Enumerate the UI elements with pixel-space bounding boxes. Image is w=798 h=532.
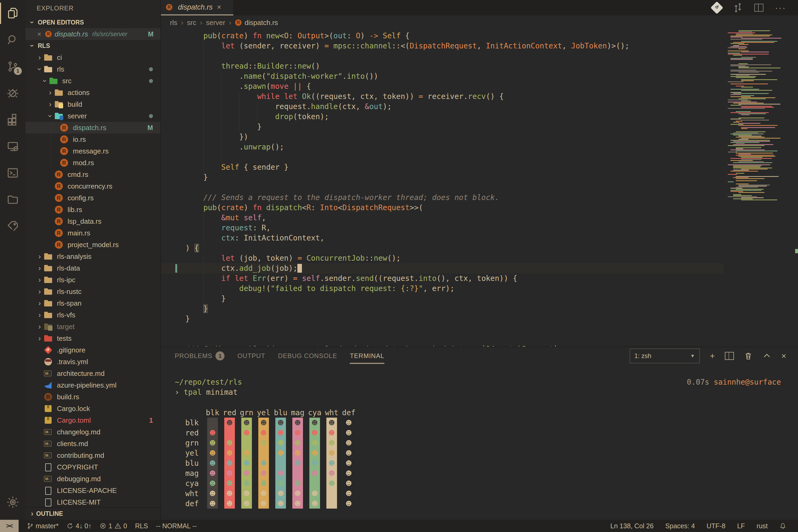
code-line[interactable]: ctx: InitActionContext, (161, 233, 723, 243)
split-terminal-icon[interactable] (725, 352, 734, 360)
code-line[interactable]: /// Stdin-non-blocking request logic des… (161, 344, 723, 347)
code-line[interactable]: } (161, 172, 723, 183)
search-icon[interactable] (0, 26, 25, 53)
tree-item-Cargo.lock[interactable]: ›Cargo.lock (25, 403, 160, 414)
code-line[interactable]: debug!("failed to dispatch request: {:?}… (161, 284, 723, 294)
code-line[interactable]: }) (161, 132, 723, 142)
cursor-position-item[interactable]: Ln 138, Col 26 (610, 522, 653, 530)
encoding-item[interactable]: UTF-8 (706, 522, 725, 530)
breadcrumb-item[interactable]: server (206, 19, 225, 27)
compare-changes-icon[interactable] (733, 3, 743, 13)
code-line[interactable]: ctx.add_job(job); (161, 263, 723, 273)
tree-item-ci[interactable]: ›ci (25, 52, 160, 63)
code-line[interactable] (161, 51, 723, 61)
tools-icon[interactable] (0, 213, 25, 240)
code-line[interactable]: while let Ok((request, ctx, token)) = re… (161, 92, 723, 101)
close-panel-icon[interactable]: × (781, 352, 786, 360)
tab-close-icon[interactable]: × (217, 3, 221, 12)
code-line[interactable]: drop(token); (161, 112, 723, 122)
code-line[interactable]: } (161, 294, 723, 304)
tree-item-rls-data[interactable]: ›rls-data (25, 262, 160, 274)
outline-section-header[interactable]: › OUTLINE (25, 507, 160, 520)
tab-dispatch-rs[interactable]: dispatch.rs × (161, 0, 233, 15)
tab-terminal[interactable]: TERMINAL (350, 352, 384, 360)
tree-item-main.rs[interactable]: ›main.rs (25, 227, 160, 239)
code-line[interactable] (161, 324, 723, 334)
tab-debug-console[interactable]: DEBUG CONSOLE (278, 352, 337, 360)
tree-item-lsp_data.rs[interactable]: ›lsp_data.rs (25, 215, 160, 227)
code-line[interactable]: .name("dispatch-worker".into()) (161, 71, 723, 81)
tree-item-contributing.md[interactable]: ›contributing.md (25, 450, 160, 461)
tree-item-LICENSE-APACHE[interactable]: ›LICENSE-APACHE (25, 484, 160, 496)
code-line[interactable]: &mut self, (161, 213, 723, 223)
tree-item-cmd.rs[interactable]: ›cmd.rs (25, 169, 160, 180)
kill-terminal-icon[interactable] (744, 352, 753, 360)
code-line[interactable]: pub(crate) fn dispatch<R: Into<DispatchR… (161, 203, 723, 213)
tree-item-lib.rs[interactable]: ›lib.rs (25, 204, 160, 215)
open-editors-header[interactable]: › OPEN EDITORS (25, 17, 160, 28)
debug-icon[interactable] (0, 80, 25, 107)
tree-item-tests[interactable]: ›tests (25, 332, 160, 344)
split-editor-icon[interactable] (754, 4, 763, 12)
terminal[interactable]: ~/repo/test/rls 0.07s sainnhe@surface › … (161, 365, 798, 520)
tree-item-target[interactable]: ›target (25, 321, 160, 332)
indentation-item[interactable]: Spaces: 4 (665, 522, 695, 530)
terminal-select[interactable]: 1: zsh ▼ (630, 348, 700, 363)
tree-item-config.rs[interactable]: ›config.rs (25, 192, 160, 204)
tree-item-rls-analysis[interactable]: ›rls-analysis (25, 251, 160, 262)
tree-item-rls-vfs[interactable]: ›rls-vfs (25, 309, 160, 321)
tree-item-actions[interactable]: ›actions (25, 87, 160, 98)
tree-item-rls-ipc[interactable]: ›rls-ipc (25, 274, 160, 286)
tree-item-src[interactable]: ›src (25, 75, 160, 87)
tree-item-dispatch.rs[interactable]: ›dispatch.rsM (25, 122, 160, 134)
remote-indicator[interactable]: >< (0, 520, 19, 532)
breadcrumb-item[interactable]: rls (170, 19, 177, 27)
source-control-icon[interactable]: 1 (0, 53, 25, 80)
tree-item-build.rs[interactable]: ›build.rs (25, 391, 160, 403)
code-line[interactable]: let (sender, receiver) = mpsc::channel::… (161, 41, 723, 51)
code-line[interactable]: } (161, 304, 723, 314)
tree-item-project_model.rs[interactable]: ›project_model.rs (25, 239, 160, 251)
tree-item-rls-span[interactable]: ›rls-span (25, 298, 160, 309)
bell-icon[interactable] (779, 522, 786, 529)
code-line[interactable]: Self { sender } (161, 162, 723, 172)
tree-item-rls-rustc[interactable]: ›rls-rustc (25, 286, 160, 298)
minimap[interactable] (728, 30, 794, 206)
open-editor-item[interactable]: × dispatch.rs rls/src/server M (25, 28, 160, 40)
tree-item-.travis.yml[interactable]: ›.travis.yml (25, 356, 160, 367)
breadcrumb-item[interactable]: dispatch.rs (244, 19, 278, 27)
code-line[interactable]: thread::Builder::new() (161, 61, 723, 71)
tree-item-concurrency.rs[interactable]: ›concurrency.rs (25, 180, 160, 192)
tree-item-architecture.md[interactable]: ›architecture.md (25, 367, 160, 379)
code-line[interactable]: request: R, (161, 223, 723, 233)
tree-item-message.rs[interactable]: ›message.rs (25, 145, 160, 157)
tree-item-server[interactable]: ›server (25, 110, 160, 122)
remote-explorer-icon[interactable] (0, 133, 25, 159)
code-line[interactable]: let (job, token) = ConcurrentJob::new(); (161, 253, 723, 263)
code-line[interactable]: /// Sends a request to the dispatch-work… (161, 193, 723, 203)
code-line[interactable]: .unwrap(); (161, 142, 723, 152)
code-line[interactable]: ) { (161, 243, 723, 253)
code-line[interactable]: } (161, 314, 723, 324)
close-icon[interactable]: × (37, 30, 41, 38)
maximize-panel-icon[interactable] (763, 352, 771, 360)
rls-status-item[interactable]: RLS (135, 522, 148, 530)
file-explorer-alt-icon[interactable] (0, 186, 25, 213)
code-editor[interactable]: pub(crate) fn new<O: Output>(out: O) -> … (161, 30, 798, 347)
tree-item-build[interactable]: ›build (25, 98, 160, 110)
problems-item[interactable]: 1 0 (99, 522, 127, 530)
code-line[interactable] (161, 152, 723, 162)
tree-item-Cargo.toml[interactable]: ›Cargo.toml1 (25, 414, 160, 426)
eol-item[interactable]: LF (737, 522, 745, 530)
tab-problems[interactable]: PROBLEMS 1 (175, 352, 225, 360)
code-line[interactable] (161, 334, 723, 344)
project-section-header[interactable]: › RLS (25, 40, 160, 52)
new-terminal-icon[interactable]: + (710, 352, 715, 360)
code-line[interactable] (161, 183, 723, 193)
git-branch-item[interactable]: master* (26, 522, 58, 530)
tree-item-COPYRIGHT[interactable]: ›COPYRIGHT (25, 461, 160, 473)
code-line[interactable]: request.handle(ctx, &out); (161, 101, 723, 112)
explorer-icon[interactable] (0, 0, 25, 26)
gear-icon[interactable] (0, 489, 25, 515)
terminal-panel-icon[interactable] (0, 159, 25, 186)
